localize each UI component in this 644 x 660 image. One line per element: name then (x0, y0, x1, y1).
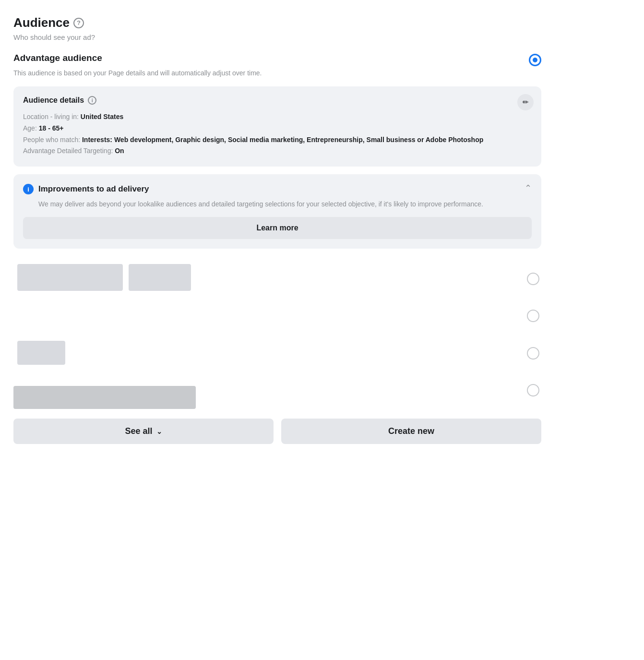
audience-subtitle: Who should see your ad? (13, 33, 541, 41)
audience-list-area (13, 260, 541, 409)
see-all-label: See all (125, 426, 152, 436)
learn-more-button[interactable]: Learn more (23, 217, 532, 239)
blurred-audience-list (13, 260, 234, 409)
audience-option-4-radio[interactable] (527, 384, 539, 396)
audience-header: Audience ? (13, 15, 541, 30)
create-new-button[interactable]: Create new (281, 419, 541, 444)
edit-button[interactable]: ✏ (517, 94, 534, 110)
advantage-audience-radio[interactable] (529, 54, 541, 66)
audience-option-3-radio[interactable] (527, 347, 539, 360)
improvements-header: i Improvements to ad delivery ⌃ (23, 184, 532, 194)
advantage-audience-title: Advantage audience (13, 53, 102, 63)
audience-details-info-icon[interactable]: i (88, 96, 96, 105)
advantage-audience-desc: This audience is based on your Page deta… (13, 69, 541, 77)
improvements-card: i Improvements to ad delivery ⌃ We may d… (13, 174, 541, 249)
people-match-detail: People who match: Interests: Web develop… (23, 134, 532, 146)
see-all-button[interactable]: See all ⌄ (13, 419, 274, 444)
improvements-desc: We may deliver ads beyond your lookalike… (23, 199, 532, 209)
card-header: Audience details i (23, 96, 532, 105)
help-icon[interactable]: ? (73, 18, 84, 28)
bottom-action-buttons: See all ⌄ Create new (13, 419, 541, 444)
pencil-icon: ✏ (523, 98, 529, 107)
targeting-detail: Advantage Detailed Targeting: On (23, 145, 532, 157)
advantage-audience-row: Advantage audience (13, 53, 541, 66)
info-icon-blue: i (23, 184, 34, 194)
audience-radio-group (234, 260, 541, 409)
chevron-down-icon: ⌄ (156, 428, 162, 435)
audience-option-2-radio[interactable] (527, 310, 539, 322)
location-detail: Location - living in: United States (23, 111, 532, 123)
collapse-chevron-icon[interactable]: ⌃ (525, 184, 532, 192)
page-title: Audience (13, 15, 70, 30)
audience-option-1-radio[interactable] (527, 273, 539, 285)
audience-details-title: Audience details (23, 96, 84, 105)
improvements-header-left: i Improvements to ad delivery (23, 184, 149, 194)
improvements-title: Improvements to ad delivery (38, 184, 149, 194)
age-detail: Age: 18 - 65+ (23, 123, 532, 134)
audience-details-card: Audience details i ✏ Location - living i… (13, 86, 541, 167)
